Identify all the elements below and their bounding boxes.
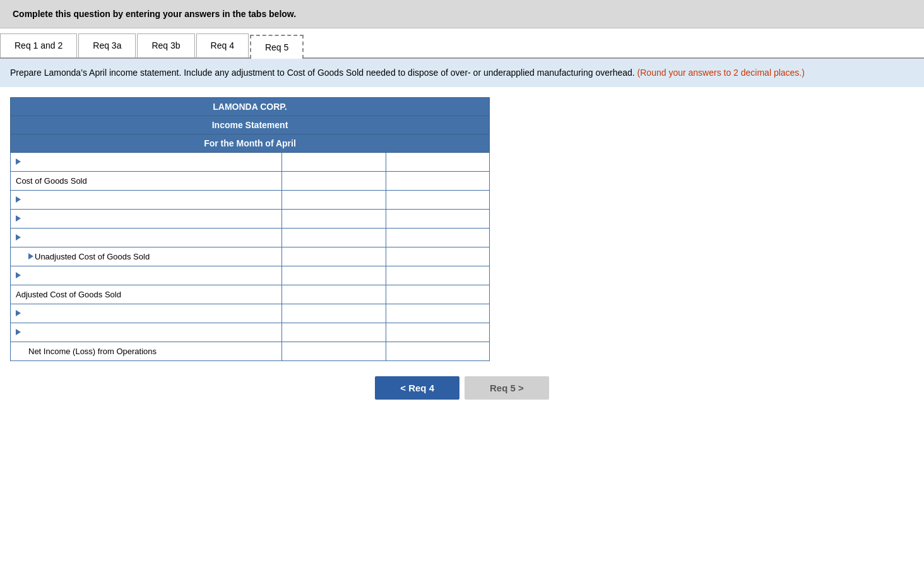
tab-req1and2[interactable]: Req 1 and 2 (0, 33, 77, 57)
table-row (11, 229, 490, 247)
tabs-row: Req 1 and 2 Req 3a Req 3b Req 4 Req 5 (0, 28, 924, 59)
row3-label (11, 210, 282, 229)
row4-right-cell (386, 229, 489, 247)
row7-mid-input[interactable] (287, 288, 380, 300)
row7-right-input[interactable] (391, 288, 484, 300)
row8-mid-cell (282, 304, 386, 323)
instruction-highlight: (Round your answers to 2 decimal places.… (637, 68, 805, 78)
row10-label: Net Income (Loss) from Operations (11, 342, 282, 361)
row1-right-input[interactable] (391, 175, 484, 187)
row3-mid-cell[interactable] (282, 210, 386, 229)
row8-label (11, 304, 282, 323)
next-button[interactable]: Req 5 > (465, 376, 549, 400)
row9-right-cell[interactable] (386, 323, 489, 342)
row2-label (11, 191, 282, 210)
row5-label: Unadjusted Cost of Goods Sold (11, 247, 282, 266)
row8-right-cell[interactable] (386, 304, 489, 323)
row6-mid-cell[interactable] (282, 266, 386, 285)
row4-mid-cell[interactable] (282, 229, 386, 247)
row7-right-cell[interactable] (386, 285, 489, 304)
row7-mid-cell[interactable] (282, 285, 386, 304)
table-header-title: Income Statement (11, 116, 490, 134)
table-header-period: For the Month of April (11, 134, 490, 153)
instruction-plain: Prepare Lamonda’s April income statement… (10, 68, 635, 78)
row2-right-cell (386, 191, 489, 210)
row2-mid-input[interactable] (287, 194, 380, 206)
prev-button[interactable]: < Req 4 (375, 376, 459, 400)
top-instruction: Complete this question by entering your … (0, 0, 924, 28)
arrow-icon (16, 329, 21, 335)
row1-mid-input[interactable] (287, 175, 380, 187)
row1-mid-cell[interactable] (282, 172, 386, 191)
income-statement-table-wrapper: LAMONDA CORP. Income Statement For the M… (10, 97, 490, 361)
row5-mid-cell[interactable] (282, 247, 386, 266)
tab-req3b[interactable]: Req 3b (137, 33, 194, 57)
row10-mid-cell[interactable] (282, 342, 386, 361)
table-row: Cost of Goods Sold (11, 172, 490, 191)
tab-req5[interactable]: Req 5 (250, 35, 304, 59)
row5-right-cell (386, 247, 489, 266)
row9-right-input[interactable] (391, 326, 484, 338)
tab-req4[interactable]: Req 4 (196, 33, 249, 57)
row6-mid-input[interactable] (287, 270, 380, 282)
row10-mid-input[interactable] (287, 345, 380, 357)
arrow-icon (16, 196, 21, 203)
row4-mid-input[interactable] (287, 232, 380, 244)
row3-right-cell (386, 210, 489, 229)
arrow-icon (28, 253, 33, 259)
row1-label: Cost of Goods Sold (11, 172, 282, 191)
row1-right-cell[interactable] (386, 172, 489, 191)
row9-label (11, 323, 282, 342)
table-row: Unadjusted Cost of Goods Sold (11, 247, 490, 266)
income-table: LAMONDA CORP. Income Statement For the M… (10, 97, 490, 361)
table-row: Adjusted Cost of Goods Sold (11, 285, 490, 304)
row6-right-cell (386, 266, 489, 285)
row0-mid-input[interactable] (287, 156, 380, 168)
table-row (11, 323, 490, 342)
table-row (11, 304, 490, 323)
row4-label (11, 229, 282, 247)
row2-mid-cell[interactable] (282, 191, 386, 210)
table-row (11, 210, 490, 229)
arrow-icon (16, 234, 21, 241)
row10-right-input[interactable] (391, 345, 484, 357)
table-row: Net Income (Loss) from Operations (11, 342, 490, 361)
table-row (11, 153, 490, 172)
row8-right-input[interactable] (391, 307, 484, 319)
row7-label: Adjusted Cost of Goods Sold (11, 285, 282, 304)
tab-req3a[interactable]: Req 3a (78, 33, 136, 57)
table-row (11, 191, 490, 210)
row3-mid-input[interactable] (287, 213, 380, 225)
row0-right-cell[interactable] (386, 153, 489, 172)
bottom-nav: < Req 4 Req 5 > (0, 376, 924, 400)
arrow-icon (16, 158, 21, 165)
table-row (11, 266, 490, 285)
row0-mid-cell[interactable] (282, 153, 386, 172)
row6-label (11, 266, 282, 285)
arrow-icon (16, 215, 21, 222)
table-header-company: LAMONDA CORP. (11, 98, 490, 116)
row10-right-cell[interactable] (386, 342, 489, 361)
row9-mid-cell (282, 323, 386, 342)
arrow-icon (16, 272, 21, 278)
arrow-icon (16, 310, 21, 316)
body-instruction: Prepare Lamonda’s April income statement… (0, 59, 924, 87)
row5-mid-input[interactable] (287, 251, 380, 263)
row0-right-input[interactable] (391, 156, 484, 168)
row0-label (11, 153, 282, 172)
